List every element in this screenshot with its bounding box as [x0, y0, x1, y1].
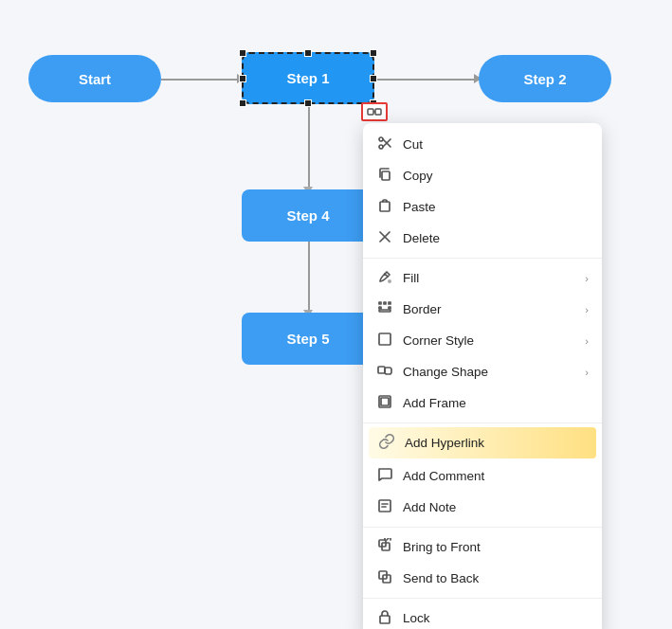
menu-cut-label: Cut [403, 137, 423, 152]
menu-item-add-note[interactable]: Add Note [363, 492, 602, 523]
menu-item-cut[interactable]: Cut [363, 129, 602, 160]
border-icon [376, 300, 393, 318]
change-shape-chevron: › [585, 367, 589, 378]
menu-corner-style-label: Corner Style [403, 333, 474, 348]
shape-step1[interactable]: Step 1 [242, 52, 374, 104]
lock-icon [376, 609, 393, 627]
menu-item-add-comment[interactable]: Add Comment [363, 460, 602, 492]
menu-item-lock[interactable]: Lock [363, 602, 602, 629]
border-chevron: › [585, 304, 589, 315]
menu-fill-label: Fill [403, 271, 419, 285]
x-icon [376, 229, 393, 247]
arrow-step1-step2 [377, 79, 479, 81]
copy-icon [376, 167, 393, 185]
menu-item-change-shape[interactable]: Change Shape › [363, 356, 602, 387]
arrow-step1-step4 [308, 106, 310, 191]
menu-paste-label: Paste [403, 200, 436, 214]
corner-style-chevron: › [585, 335, 589, 347]
menu-add-comment-label: Add Comment [403, 469, 484, 483]
menu-lock-label: Lock [403, 611, 430, 625]
svg-rect-1 [375, 109, 381, 115]
svg-rect-17 [381, 398, 389, 405]
frame-icon [376, 394, 393, 412]
menu-item-bring-to-front[interactable]: Bring to Front [363, 531, 602, 563]
menu-bring-front-label: Bring to Front [403, 540, 481, 554]
menu-item-add-frame[interactable]: Add Frame [363, 387, 602, 419]
handle-tm [304, 49, 312, 57]
shape-step2[interactable]: Step 2 [479, 55, 611, 102]
context-menu: Cut Copy Paste Delete [363, 123, 602, 629]
square-icon [376, 332, 393, 350]
shape-step5[interactable]: Step 5 [242, 313, 374, 365]
canvas: Start Step 1 Step 2 Step 4 Step 5 [0, 0, 672, 629]
scissors-icon [376, 135, 393, 153]
shape-step4-label: Step 4 [286, 207, 329, 224]
comment-icon [376, 467, 393, 485]
note-icon [376, 498, 393, 516]
send-back-icon [376, 569, 393, 587]
bring-front-icon [376, 538, 393, 556]
arrow-start-step1 [161, 79, 242, 81]
shape-step1-label: Step 1 [286, 70, 329, 86]
handle-tr [370, 49, 377, 57]
shape-step4[interactable]: Step 4 [242, 189, 374, 242]
svg-rect-7 [382, 171, 390, 180]
link-icon-box[interactable] [361, 102, 388, 121]
menu-copy-label: Copy [403, 169, 433, 183]
menu-add-frame-label: Add Frame [403, 396, 466, 410]
divider-4 [363, 598, 602, 599]
svg-rect-28 [380, 616, 390, 623]
shape-step5-label: Step 5 [286, 331, 329, 347]
fill-chevron: › [585, 273, 589, 284]
menu-item-send-to-back[interactable]: Send to Back [363, 563, 602, 594]
svg-rect-8 [380, 202, 390, 211]
handle-bl [239, 99, 246, 107]
svg-rect-15 [385, 368, 391, 374]
menu-add-hyperlink-label: Add Hyperlink [405, 436, 484, 450]
handle-bm [304, 99, 312, 107]
menu-add-note-label: Add Note [403, 500, 456, 514]
svg-rect-12 [379, 310, 390, 312]
handle-mr [370, 75, 377, 82]
menu-item-delete[interactable]: Delete [363, 223, 602, 254]
handle-ml [239, 75, 246, 82]
svg-point-11 [388, 279, 391, 283]
change-shape-icon [376, 363, 393, 381]
menu-change-shape-label: Change Shape [403, 365, 488, 379]
menu-item-fill[interactable]: Fill › [363, 262, 602, 294]
hyperlink-icon [378, 434, 395, 452]
menu-item-corner-style[interactable]: Corner Style › [363, 325, 602, 356]
menu-item-border[interactable]: Border › [363, 294, 602, 325]
handle-tl [239, 49, 246, 57]
divider-1 [363, 258, 602, 259]
divider-2 [363, 422, 602, 423]
shape-step2-label: Step 2 [523, 71, 566, 87]
shape-start-label: Start [79, 71, 111, 87]
svg-line-24 [387, 538, 389, 540]
svg-rect-13 [379, 333, 390, 345]
menu-delete-label: Delete [403, 231, 440, 245]
clipboard-icon [376, 198, 393, 216]
svg-rect-14 [378, 367, 385, 373]
shape-start[interactable]: Start [28, 55, 161, 102]
svg-rect-0 [368, 109, 373, 115]
menu-item-copy[interactable]: Copy [363, 160, 602, 191]
divider-3 [363, 527, 602, 528]
menu-send-back-label: Send to Back [403, 571, 479, 585]
menu-border-label: Border [403, 302, 442, 316]
arrow-step4-step5 [308, 242, 310, 314]
menu-item-add-hyperlink[interactable]: Add Hyperlink [369, 427, 596, 458]
fill-icon [376, 269, 393, 287]
svg-rect-18 [379, 500, 390, 512]
menu-item-paste[interactable]: Paste [363, 191, 602, 223]
